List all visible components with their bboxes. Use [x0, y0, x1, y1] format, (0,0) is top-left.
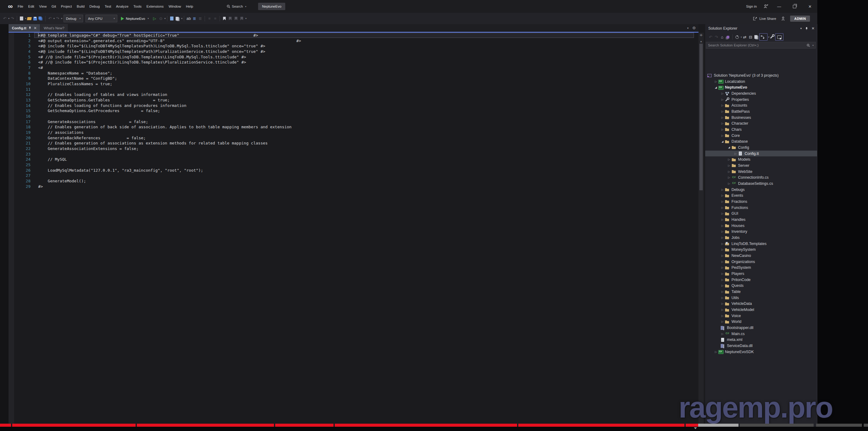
code-line[interactable]: 20 GenerateBackReferences = false; [8, 135, 699, 141]
code-editor[interactable]: 1<#@ template language="C#" debug="True"… [8, 33, 699, 424]
tree-item-solution-neptuneevo-3-of-3-projects-[interactable]: Solution 'NeptuneEvo' (3 of 3 projects) [705, 72, 817, 79]
menu-item-analyze[interactable]: Analyze [114, 0, 131, 13]
code-line[interactable]: 6<# //@ include file="$(ProjectDir)LinqT… [8, 60, 699, 65]
code-line[interactable]: 4<#@ include file="$(LinqToDBT4MySqlTemp… [8, 49, 699, 54]
expand-chevron-icon[interactable]: ▷ [720, 110, 725, 113]
tree-item-table[interactable]: ▷Table [705, 289, 817, 295]
tree-item-inventory[interactable]: ▷Inventory [705, 228, 817, 235]
redo-icon[interactable]: ↷ [55, 16, 60, 22]
code-line[interactable]: 29#> [8, 184, 699, 189]
tree-item-businesses[interactable]: ▷Businesses [705, 115, 817, 121]
tree-item-character[interactable]: ▷Character [705, 120, 817, 126]
code-line[interactable]: 23 [8, 151, 699, 157]
expand-chevron-icon[interactable]: ▷ [727, 182, 732, 185]
tree-item-config-tt[interactable]: ▷Config.tt [705, 151, 817, 157]
code-line[interactable]: 16 [8, 114, 699, 119]
tree-item-chars[interactable]: ▷Chars [705, 126, 817, 132]
new-query-icon[interactable] [169, 16, 175, 22]
editor-scrollbar[interactable]: ✛ ▲ [699, 33, 704, 424]
expand-chevron-icon[interactable]: ▷ [720, 236, 725, 239]
code-line[interactable]: 5<# //@ include file="$(ProjectDir)LinqT… [8, 54, 699, 60]
code-line[interactable]: 12 // Enables loading of tables and view… [8, 92, 699, 97]
expand-chevron-icon[interactable]: ▷ [720, 230, 725, 233]
expand-chevron-icon[interactable]: ▷ [720, 194, 725, 197]
navigate-forward-icon[interactable]: ↷ [10, 16, 15, 22]
live-share-button[interactable]: Live Share [753, 17, 776, 21]
menu-item-view[interactable]: View [37, 0, 49, 13]
code-line[interactable]: 2<#@ output extension=".generated.cs" en… [8, 38, 699, 43]
window-position-chevron-icon[interactable]: ▾ [800, 27, 802, 30]
tree-item-vehicledata[interactable]: ▷VehicleData [705, 301, 817, 307]
expand-chevron-icon[interactable]: ▷ [714, 350, 718, 353]
solution-name-badge[interactable]: NeptuneEvo [258, 3, 285, 10]
collapse-chevron-icon[interactable]: ◢ [727, 146, 732, 149]
save-all-icon[interactable] [38, 16, 43, 22]
format-document-icon[interactable]: ≣ [197, 16, 203, 22]
code-line[interactable]: 1<#@ template language="C#" debug="True"… [8, 33, 699, 38]
new-project-icon[interactable] [19, 16, 24, 22]
next-bookmark-icon[interactable] [233, 16, 239, 22]
chevron-down-icon[interactable]: ▾ [54, 17, 55, 20]
start-without-debugging-icon[interactable]: ▷ [153, 16, 156, 21]
code-line[interactable]: 14 // Enables loading of functions and p… [8, 103, 699, 108]
indent-guides-icon[interactable]: ≣ [192, 16, 197, 22]
sync-with-active-document-icon[interactable]: ⇄ [742, 34, 747, 40]
menu-item-tools[interactable]: Tools [131, 0, 144, 13]
back-icon[interactable]: ↶ [708, 34, 713, 40]
code-line[interactable]: 8 NamespaceName = "Database"; [8, 70, 699, 76]
undo-icon[interactable]: ↶ [47, 16, 53, 22]
comment-icon[interactable]: ≡ [207, 16, 212, 22]
expand-chevron-icon[interactable]: ▷ [720, 290, 725, 293]
tree-item-servicedata-dll[interactable]: ServiceData.dll [705, 343, 817, 349]
chevron-down-icon[interactable]: ▾ [181, 17, 182, 20]
clear-bookmarks-icon[interactable] [239, 16, 244, 22]
tree-item-fractions[interactable]: ▷Fractions [705, 198, 817, 205]
tree-item-battlepass[interactable]: ▷BattlePass [705, 109, 817, 115]
show-all-files-icon[interactable] [754, 34, 759, 40]
tab-config-tt[interactable]: Config.tt✕ [8, 24, 40, 32]
admin-badge[interactable]: ADMIN [790, 16, 810, 22]
tree-item-newcasino[interactable]: ▷NewCasino [705, 253, 817, 259]
uncomment-icon[interactable]: ≡ [213, 16, 218, 22]
code-line[interactable]: 26 LoadMySqlMetadata("127.0.0.1", "ra3_m… [8, 167, 699, 173]
menu-item-help[interactable]: Help [184, 0, 196, 13]
code-line[interactable]: 22 GenerateAssociationExtensions = false… [8, 146, 699, 152]
navigate-back-icon[interactable]: ↶ [2, 16, 7, 22]
document-list-chevron-icon[interactable]: ▾ [687, 27, 689, 30]
tree-item-functions[interactable]: ▷Functions [705, 205, 817, 211]
tree-item-debugs[interactable]: ▷Debugs [705, 187, 817, 193]
tree-item-meta-xml[interactable]: meta.xml [705, 337, 817, 343]
tree-item-utils[interactable]: ▷Utils [705, 295, 817, 301]
track-active-item-icon[interactable] [761, 34, 766, 40]
tree-item-players[interactable]: ▷Players [705, 271, 817, 277]
expand-chevron-icon[interactable]: ▷ [720, 212, 725, 215]
tree-item-handles[interactable]: ▷Handles [705, 217, 817, 223]
chevron-down-icon[interactable]: ▾ [61, 17, 62, 20]
tree-item-bootstrapper-dll[interactable]: Bootstrapper.dll [705, 325, 817, 331]
tree-item-linqtodb-templates[interactable]: ▷LinqToDB.Templates [705, 241, 817, 247]
expand-chevron-icon[interactable]: ▷ [720, 260, 725, 263]
expand-chevron-icon[interactable]: ▷ [720, 188, 725, 191]
code-line[interactable]: 27 [8, 173, 699, 178]
track-active-item-icon-box[interactable] [759, 33, 768, 41]
attach-icon[interactable]: ⊙ [158, 16, 163, 22]
code-line[interactable]: 19 // associations [8, 130, 699, 135]
expand-chevron-icon[interactable]: ▷ [720, 134, 725, 137]
pin-icon[interactable] [805, 27, 808, 30]
preview-selected-items-icon-box[interactable] [775, 33, 783, 41]
menu-item-window[interactable]: Window [166, 0, 184, 13]
tree-item-voice[interactable]: ▷Voice [705, 313, 817, 319]
open-folder-icon[interactable] [27, 16, 32, 22]
tree-item-properties[interactable]: ▷Properties [705, 96, 817, 103]
expand-chevron-icon[interactable]: ▷ [720, 254, 725, 257]
spell-check-icon[interactable]: ab [186, 16, 191, 22]
code-line[interactable]: 24 // MySQL [8, 157, 699, 162]
tab-what-s-new-[interactable]: What's New? [40, 24, 67, 32]
tree-item-models[interactable]: ▷Models [705, 156, 817, 162]
minimize-button[interactable]: — [775, 4, 783, 9]
tree-item-organizations[interactable]: ▷Organizations [705, 259, 817, 265]
menu-item-extensions[interactable]: Extensions [144, 0, 166, 13]
menu-item-test[interactable]: Test [102, 0, 114, 13]
scroll-up-arrow-icon[interactable]: ▲ [699, 40, 704, 43]
expand-chevron-icon[interactable]: ▷ [727, 170, 732, 173]
